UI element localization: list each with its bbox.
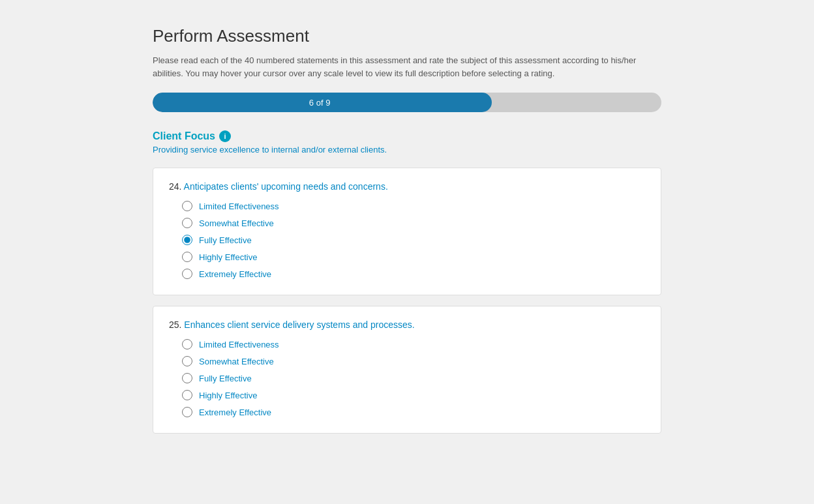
radio-input-25-somewhat[interactable]	[182, 356, 192, 366]
radio-input-25-extremely[interactable]	[182, 407, 192, 417]
radio-group-24: Limited Effectiveness Somewhat Effective…	[169, 201, 645, 279]
radio-option-24-somewhat[interactable]: Somewhat Effective	[182, 218, 645, 228]
radio-label-24-extremely: Extremely Effective	[199, 269, 271, 279]
question-text-25: 25. Enhances client service delivery sys…	[169, 319, 645, 330]
radio-option-24-fully[interactable]: Fully Effective	[182, 235, 645, 245]
radio-label-25-highly: Highly Effective	[199, 391, 257, 400]
radio-option-25-somewhat[interactable]: Somewhat Effective	[182, 356, 645, 366]
radio-group-25: Limited Effectiveness Somewhat Effective…	[169, 339, 645, 417]
radio-option-25-fully[interactable]: Fully Effective	[182, 373, 645, 383]
radio-label-25-somewhat: Somewhat Effective	[199, 357, 274, 366]
progress-bar-fill: 6 of 9	[153, 93, 492, 112]
radio-input-25-fully[interactable]	[182, 373, 192, 383]
page-description: Please read each of the 40 numbered stat…	[153, 54, 661, 80]
progress-label: 6 of 9	[309, 98, 331, 108]
question-text-24: 24. Anticipates clients' upcoming needs …	[169, 181, 645, 192]
radio-input-24-fully[interactable]	[182, 235, 192, 245]
radio-option-25-extremely[interactable]: Extremely Effective	[182, 407, 645, 417]
radio-option-25-highly[interactable]: Highly Effective	[182, 390, 645, 400]
radio-option-24-extremely[interactable]: Extremely Effective	[182, 269, 645, 279]
radio-input-24-limited[interactable]	[182, 201, 192, 211]
radio-input-24-highly[interactable]	[182, 252, 192, 262]
section-title-text: Client Focus	[153, 130, 215, 142]
radio-label-24-somewhat: Somewhat Effective	[199, 218, 274, 228]
radio-label-24-fully: Fully Effective	[199, 235, 252, 245]
radio-input-24-extremely[interactable]	[182, 269, 192, 279]
question-number-24: 24.	[169, 181, 181, 192]
radio-label-25-extremely: Extremely Effective	[199, 408, 271, 417]
question-body-25: Enhances client service delivery systems…	[184, 319, 414, 330]
radio-option-24-limited[interactable]: Limited Effectiveness	[182, 201, 645, 211]
radio-label-25-limited: Limited Effectiveness	[199, 340, 279, 349]
radio-label-24-highly: Highly Effective	[199, 252, 257, 262]
question-card-24: 24. Anticipates clients' upcoming needs …	[153, 168, 661, 295]
radio-input-24-somewhat[interactable]	[182, 218, 192, 228]
radio-option-24-highly[interactable]: Highly Effective	[182, 252, 645, 262]
radio-input-25-limited[interactable]	[182, 339, 192, 349]
progress-bar-container: 6 of 9	[153, 93, 661, 112]
radio-label-25-fully: Fully Effective	[199, 374, 252, 383]
info-icon[interactable]: i	[219, 130, 231, 142]
question-body-24: Anticipates clients' upcoming needs and …	[184, 181, 388, 192]
section-subtitle: Providing service excellence to internal…	[153, 145, 661, 155]
radio-input-25-highly[interactable]	[182, 390, 192, 400]
radio-option-25-limited[interactable]: Limited Effectiveness	[182, 339, 645, 349]
question-number-25: 25.	[169, 319, 181, 330]
page-title: Perform Assessment	[153, 26, 661, 46]
question-card-25: 25. Enhances client service delivery sys…	[153, 306, 661, 434]
radio-label-24-limited: Limited Effectiveness	[199, 201, 279, 211]
main-container: Perform Assessment Please read each of t…	[153, 26, 661, 444]
section-title: Client Focus i	[153, 130, 661, 142]
